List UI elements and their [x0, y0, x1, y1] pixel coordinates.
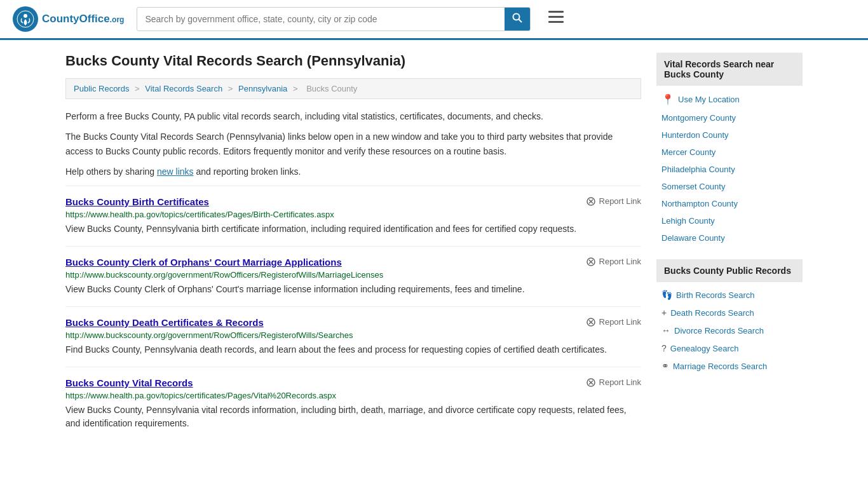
public-record-item-3[interactable]: ?Genealogy Search: [656, 339, 803, 357]
breadcrumb-sep-3: >: [293, 84, 300, 93]
svg-rect-6: [548, 21, 564, 23]
public-records-header: Bucks County Public Records: [656, 259, 803, 282]
help-text-after: and reporting broken links.: [194, 166, 301, 177]
public-record-item-2[interactable]: ↔Divorce Records Search: [656, 322, 803, 339]
search-button[interactable]: [505, 8, 530, 30]
record-title-3[interactable]: Bucks County Vital Records: [65, 377, 193, 388]
records-list: Bucks County Birth Certificates Report L…: [65, 186, 641, 440]
breadcrumb-pennsylvania[interactable]: Pennsylvania: [238, 84, 287, 93]
svg-line-3: [519, 20, 522, 23]
record-url-2[interactable]: http://www.buckscounty.org/government/Ro…: [65, 330, 641, 340]
search-input[interactable]: [137, 8, 505, 30]
public-record-label-1: Death Records Search: [670, 308, 754, 318]
nearby-header: Vital Records Search near Bucks County: [656, 53, 803, 86]
nearby-county-6[interactable]: Lehigh County: [656, 212, 803, 229]
page-title: Bucks County Vital Records Search (Penns…: [65, 53, 641, 69]
help-text-before: Help others by sharing: [65, 166, 157, 177]
record-url-1[interactable]: http://www.buckscounty.org/government/Ro…: [65, 270, 641, 280]
record-title-0[interactable]: Bucks County Birth Certificates: [65, 196, 209, 207]
nearby-county-4[interactable]: Somerset County: [656, 178, 803, 195]
nearby-counties-list: Montgomery CountyHunterdon CountyMercer …: [656, 109, 803, 247]
logo-link[interactable]: CountyOffice.org: [13, 6, 124, 32]
record-url-3[interactable]: https://www.health.pa.gov/topics/certifi…: [65, 391, 641, 400]
public-record-label-0: Birth Records Search: [676, 290, 755, 300]
new-links-link[interactable]: new links: [157, 166, 194, 177]
record-title-2[interactable]: Bucks County Death Certificates & Record…: [65, 317, 264, 328]
public-record-label-3: Genealogy Search: [670, 344, 739, 353]
nearby-county-1[interactable]: Hunterdon County: [656, 126, 803, 144]
report-link-1[interactable]: Report Link: [586, 257, 641, 267]
plus-icon: +: [661, 308, 667, 318]
report-link-2[interactable]: Report Link: [586, 317, 641, 327]
record-item: Bucks County Death Certificates & Record…: [65, 306, 641, 367]
public-records-list: 👣Birth Records Search+Death Records Sear…: [656, 286, 803, 375]
nearby-county-0[interactable]: Montgomery County: [656, 109, 803, 126]
breadcrumb-vital-records[interactable]: Vital Records Search: [145, 84, 222, 93]
record-url-0[interactable]: https://www.health.pa.gov/topics/certifi…: [65, 210, 641, 219]
logo-icon: [13, 6, 38, 32]
content-area: Bucks County Vital Records Search (Penns…: [65, 53, 641, 440]
svg-rect-5: [548, 16, 564, 18]
search-bar: [137, 7, 531, 31]
question-icon: ?: [661, 343, 667, 353]
record-item: Bucks County Clerk of Orphans' Court Mar…: [65, 246, 641, 306]
report-link-3[interactable]: Report Link: [586, 377, 641, 388]
nearby-county-5[interactable]: Northampton County: [656, 195, 803, 212]
record-item: Bucks County Birth Certificates Report L…: [65, 186, 641, 246]
public-record-item-1[interactable]: +Death Records Search: [656, 304, 803, 322]
breadcrumb-public-records[interactable]: Public Records: [74, 84, 129, 93]
main-container: Bucks County Vital Records Search (Penns…: [53, 40, 815, 453]
record-desc-3: View Bucks County, Pennsylvania vital re…: [65, 403, 641, 430]
public-records-section: Bucks County Public Records 👣Birth Recor…: [656, 259, 803, 375]
menu-icon[interactable]: [548, 11, 564, 27]
svg-point-1: [24, 14, 27, 18]
rings-icon: ⚭: [661, 361, 669, 371]
breadcrumb-sep-2: >: [228, 84, 235, 93]
description-2: The Bucks County Vital Records Search (P…: [65, 130, 641, 158]
breadcrumb-sep-1: >: [135, 84, 142, 93]
record-desc-0: View Bucks County, Pennsylvania birth ce…: [65, 222, 641, 236]
svg-point-2: [513, 14, 520, 20]
breadcrumb-bucks-county: Bucks County: [306, 84, 357, 93]
use-my-location[interactable]: 📍 Use My Location: [656, 90, 803, 109]
record-desc-1: View Bucks County Clerk of Orphans' Cour…: [65, 283, 641, 296]
help-text: Help others by sharing new links and rep…: [65, 165, 641, 179]
public-record-item-0[interactable]: 👣Birth Records Search: [656, 286, 803, 304]
nearby-section: Vital Records Search near Bucks County 📍…: [656, 53, 803, 247]
site-header: CountyOffice.org: [0, 0, 868, 40]
record-title-1[interactable]: Bucks County Clerk of Orphans' Court Mar…: [65, 257, 342, 268]
public-record-label-4: Marriage Records Search: [673, 362, 767, 371]
sidebar: Vital Records Search near Bucks County 📍…: [656, 53, 803, 440]
location-label: Use My Location: [678, 95, 740, 104]
nearby-county-2[interactable]: Mercer County: [656, 144, 803, 161]
nearby-county-7[interactable]: Delaware County: [656, 229, 803, 247]
arrows-icon: ↔: [661, 325, 670, 336]
svg-rect-4: [548, 11, 564, 13]
record-item: Bucks County Vital Records Report Link h…: [65, 367, 641, 440]
breadcrumb: Public Records > Vital Records Search > …: [65, 78, 641, 99]
report-link-0[interactable]: Report Link: [586, 196, 641, 207]
location-pin-icon: 📍: [661, 93, 674, 105]
logo-text: CountyOffice.org: [42, 13, 124, 25]
nearby-county-3[interactable]: Philadelphia County: [656, 161, 803, 178]
public-record-item-4[interactable]: ⚭Marriage Records Search: [656, 357, 803, 375]
description-1: Perform a free Bucks County, PA public v…: [65, 109, 641, 123]
public-record-label-2: Divorce Records Search: [674, 326, 764, 336]
footprint-icon: 👣: [661, 290, 672, 300]
record-desc-2: Find Bucks County, Pennsylvania death re…: [65, 343, 641, 356]
